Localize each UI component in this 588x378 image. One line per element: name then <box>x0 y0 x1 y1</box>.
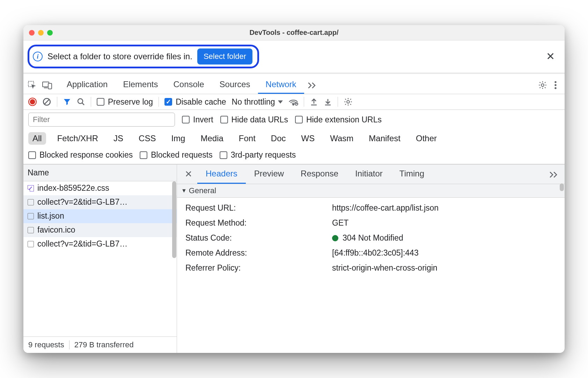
detail-tabs: ✕ HeadersPreviewResponseInitiatorTiming <box>177 165 565 184</box>
request-name: list.json <box>37 211 64 221</box>
clear-button[interactable] <box>42 97 51 106</box>
header-key: Status Code: <box>185 233 332 243</box>
device-toolbar-icon[interactable] <box>42 81 52 90</box>
type-filter-img[interactable]: Img <box>167 132 189 145</box>
type-filter-manifest[interactable]: Manifest <box>365 132 405 145</box>
status-dot-icon <box>332 235 338 241</box>
type-filter-js[interactable]: JS <box>109 132 127 145</box>
close-window-button[interactable] <box>29 30 35 36</box>
type-filter-css[interactable]: CSS <box>134 132 160 145</box>
header-value: https://coffee-cart.app/list.json <box>332 203 565 213</box>
svg-rect-3 <box>48 83 52 89</box>
resource-type-filters: AllFetch/XHRJSCSSImgMediaFontDocWSWasmMa… <box>23 129 565 148</box>
hide-data-urls-checkbox[interactable]: Hide data URLs <box>220 115 288 124</box>
svg-point-12 <box>293 104 294 105</box>
panel-tab-application[interactable]: Application <box>59 76 115 94</box>
detail-tab-preview[interactable]: Preview <box>246 165 292 184</box>
header-key: Referrer Policy: <box>185 263 332 273</box>
minimize-window-button[interactable] <box>38 30 44 36</box>
request-row[interactable]: favicon.ico <box>23 223 177 237</box>
filter-toggle-icon[interactable] <box>63 98 71 106</box>
header-row: Request URL:https://coffee-cart.app/list… <box>185 201 565 216</box>
filter-row: Invert Hide data URLs Hide extension URL… <box>23 110 565 129</box>
hide-extension-urls-checkbox[interactable]: Hide extension URLs <box>295 115 382 124</box>
detail-tab-timing[interactable]: Timing <box>391 165 433 184</box>
type-filter-ws[interactable]: WS <box>297 132 319 145</box>
request-name: collect?v=2&tid=G-LB7… <box>37 239 127 249</box>
download-har-icon[interactable] <box>324 98 332 106</box>
record-button[interactable] <box>28 98 37 106</box>
header-key: Remote Address: <box>185 248 332 258</box>
devtools-window: DevTools - coffee-cart.app/ i Select a f… <box>23 25 565 353</box>
detail-tab-initiator[interactable]: Initiator <box>347 165 391 184</box>
type-filter-fetch-xhr[interactable]: Fetch/XHR <box>53 132 102 145</box>
filter-input[interactable] <box>28 113 175 127</box>
disable-cache-checkbox[interactable]: Disable cache <box>164 97 226 107</box>
upload-har-icon[interactable] <box>310 98 318 106</box>
panel-tab-sources[interactable]: Sources <box>212 76 258 94</box>
svg-point-4 <box>541 84 544 86</box>
header-key: Request URL: <box>185 203 332 213</box>
document-icon <box>28 213 34 219</box>
preserve-log-checkbox[interactable]: Preserve log <box>97 97 153 107</box>
zoom-window-button[interactable] <box>47 30 53 36</box>
detail-tab-headers[interactable]: Headers <box>197 165 246 184</box>
type-filter-media[interactable]: Media <box>196 132 227 145</box>
search-icon[interactable] <box>77 98 85 106</box>
document-icon <box>28 199 34 205</box>
close-detail-button[interactable]: ✕ <box>180 165 197 183</box>
window-title: DevTools - coffee-cart.app/ <box>23 29 565 37</box>
close-infobar-button[interactable]: ✕ <box>545 50 556 63</box>
detail-tab-response[interactable]: Response <box>292 165 347 184</box>
header-value: 304 Not Modified <box>332 233 565 243</box>
panel-tab-console[interactable]: Console <box>166 76 212 94</box>
type-filter-other[interactable]: Other <box>412 132 441 145</box>
svg-point-14 <box>347 100 350 103</box>
request-name: favicon.ico <box>37 225 75 235</box>
request-list-header[interactable]: Name <box>23 165 177 181</box>
request-row[interactable]: index-b859522e.css <box>23 181 177 195</box>
request-row[interactable]: collect?v=2&tid=G-LB7… <box>23 237 177 251</box>
blocked-requests-checkbox[interactable]: Blocked requests <box>140 150 212 160</box>
third-party-checkbox[interactable]: 3rd-party requests <box>220 150 296 160</box>
panel-tabstrip: ApplicationElementsConsoleSourcesNetwork <box>23 74 565 94</box>
header-key: Request Method: <box>185 218 332 228</box>
network-conditions-icon[interactable] <box>288 98 298 106</box>
override-infobar: i Select a folder to store override file… <box>23 40 565 74</box>
request-row[interactable]: list.json <box>23 209 177 223</box>
infobar-message: Select a folder to store override files … <box>47 52 192 61</box>
svg-point-10 <box>78 99 83 104</box>
svg-point-6 <box>554 84 556 86</box>
request-row[interactable]: collect?v=2&tid=G-LB7… <box>23 195 177 209</box>
kebab-menu-icon[interactable] <box>551 78 560 92</box>
settings-icon[interactable] <box>535 78 551 92</box>
document-icon <box>28 241 34 247</box>
titlebar: DevTools - coffee-cart.app/ <box>23 25 565 40</box>
type-filter-doc[interactable]: Doc <box>267 132 290 145</box>
header-row: Remote Address:[64:ff9b::4b02:3c05]:443 <box>185 245 565 260</box>
svg-point-7 <box>554 87 556 89</box>
network-settings-icon[interactable] <box>344 97 353 106</box>
type-filter-wasm[interactable]: Wasm <box>326 132 358 145</box>
more-tabs-icon[interactable] <box>304 79 320 91</box>
panel-tab-elements[interactable]: Elements <box>115 76 166 94</box>
detail-scrollbar-thumb[interactable] <box>560 183 564 191</box>
select-folder-button[interactable]: Select folder <box>197 48 252 65</box>
general-section-header[interactable]: ▼ General <box>177 184 565 198</box>
inspect-element-icon[interactable] <box>28 81 37 90</box>
header-row: Request Method:GET <box>185 216 565 230</box>
header-value: GET <box>332 218 565 228</box>
panel-tab-network[interactable]: Network <box>258 76 304 94</box>
scrollbar-thumb[interactable] <box>172 181 176 258</box>
request-transferred: 279 B transferred <box>69 340 134 349</box>
request-detail-pane: ✕ HeadersPreviewResponseInitiatorTiming … <box>177 165 565 353</box>
svg-line-9 <box>45 100 49 104</box>
throttling-dropdown[interactable]: No throttling <box>232 97 283 107</box>
type-filter-font[interactable]: Font <box>235 132 260 145</box>
blocked-cookies-checkbox[interactable]: Blocked response cookies <box>28 150 133 160</box>
header-value: [64:ff9b::4b02:3c05]:443 <box>332 248 565 258</box>
panel-tabs: ApplicationElementsConsoleSourcesNetwork <box>59 76 304 94</box>
more-detail-tabs-icon[interactable] <box>546 168 562 180</box>
invert-checkbox[interactable]: Invert <box>182 115 213 124</box>
type-filter-all[interactable]: All <box>28 132 46 145</box>
